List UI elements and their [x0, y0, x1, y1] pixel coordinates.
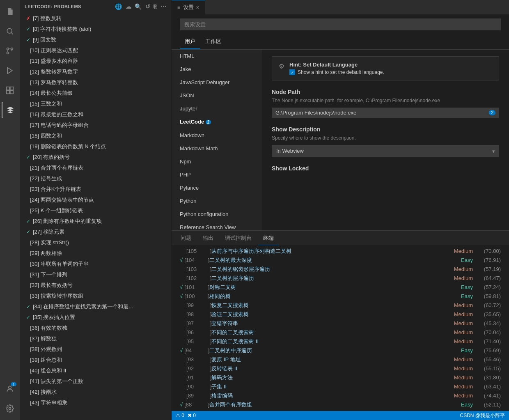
sidebar-item-json[interactable]: JSON: [172, 89, 262, 102]
list-item[interactable]: ✓[27] 移除元素: [20, 227, 171, 237]
tab-output[interactable]: 输出: [198, 231, 218, 245]
sidebar-item-jake[interactable]: Jake: [172, 63, 262, 76]
list-item[interactable]: ·[32] 最长有效括号: [20, 280, 171, 291]
extensions-icon[interactable]: [2, 82, 18, 99]
show-desc-select[interactable]: In Webview In File Both: [272, 145, 499, 157]
sidebar-item-html[interactable]: HTML: [172, 50, 262, 63]
table-row[interactable]: [ 89 ] 格雷编码 Medium (74.41): [172, 391, 509, 400]
table-row[interactable]: √ [ 94 ] 二叉树的中序遍历 Easy (75.69): [172, 346, 509, 355]
list-item[interactable]: ✗[7] 整数反转: [20, 13, 171, 24]
table-row[interactable]: √ [ 100 ] 相同的树 Easy (59.81): [172, 292, 509, 301]
list-item[interactable]: ·[14] 最长公共前缀: [20, 88, 171, 99]
table-row[interactable]: [ 95 ] 不同的二叉搜索树 II Medium (71.40): [172, 337, 509, 346]
list-item[interactable]: ✓[34] 在排序数组中查找元素的第一个和最...: [20, 301, 171, 312]
list-item[interactable]: ·[10] 正则表达式匹配: [20, 45, 171, 56]
list-item[interactable]: ·[40] 组合总和 II: [20, 365, 171, 376]
list-item[interactable]: ·[37] 解数独: [20, 333, 171, 344]
sidebar-item-leetcode[interactable]: LeetCode 2: [172, 115, 262, 129]
list-item[interactable]: ·[16] 最接近的三数之和: [20, 109, 171, 120]
search-icon-activity[interactable]: [2, 23, 18, 39]
sidebar-item-jupyter[interactable]: Jupyter: [172, 102, 262, 115]
sidebar-item-python-configuration[interactable]: Python configuration: [172, 208, 262, 221]
list-item[interactable]: ·[25] K 个一组翻转链表: [20, 205, 171, 216]
sidebar-item-reference-search-view[interactable]: Reference Search View: [172, 221, 262, 230]
list-item[interactable]: ·[29] 两数相除: [20, 248, 171, 259]
settings-search-input[interactable]: [180, 18, 501, 30]
empty-icon: ·: [26, 195, 28, 204]
table-row[interactable]: [ 103 ] 二叉树的锯齿形层序遍历 Medium (57.19): [172, 265, 509, 274]
table-row[interactable]: [ 90 ] 子集 II Medium (63.41): [172, 382, 509, 391]
row-num: 100: [186, 292, 206, 301]
node-path-input-box[interactable]: G:\Program Files\nodejs\node.exe 2: [272, 108, 499, 118]
tab-debug-console[interactable]: 调试控制台: [220, 231, 257, 245]
table-row[interactable]: [ 102 ] 二叉树的层序遍历 Medium (64.47): [172, 274, 509, 283]
list-item[interactable]: ·[23] 合并K个升序链表: [20, 184, 171, 195]
list-item[interactable]: ✓[26] 删除有序数组中的重复项: [20, 216, 171, 227]
debug-icon[interactable]: [2, 62, 18, 79]
sidebar-item-npm[interactable]: Npm: [172, 155, 262, 168]
list-item[interactable]: ·[31] 下一个排列: [20, 269, 171, 280]
settings-icon-activity[interactable]: [2, 400, 18, 417]
settings-tab-label: 设置: [183, 4, 194, 11]
table-row[interactable]: √ [ 104 ] 二叉树的最大深度 Easy (76.91): [172, 256, 509, 265]
globe-icon[interactable]: 🌐: [115, 3, 122, 10]
list-item[interactable]: ·[43] 字符串相乘: [20, 397, 171, 408]
list-item[interactable]: ·[19] 删除链表的倒数第 N 个结点: [20, 141, 171, 152]
table-row[interactable]: [ 97 ] 交错字符串 Medium (45.34): [172, 319, 509, 328]
list-item[interactable]: ·[33] 搜索旋转排序数组: [20, 291, 171, 301]
list-item[interactable]: ✓[9] 回文数: [20, 34, 171, 45]
search-panel-icon[interactable]: 🔍: [135, 3, 142, 10]
table-row[interactable]: [ 91 ] 解码方法 Medium (31.80): [172, 373, 509, 382]
hint-checkbox[interactable]: ✓: [289, 69, 295, 75]
close-tab-icon[interactable]: ×: [196, 4, 199, 11]
list-item[interactable]: ·[28] 实现 strStr(): [20, 237, 171, 248]
refresh-icon[interactable]: ↺: [145, 3, 151, 10]
account-icon[interactable]: 1: [2, 381, 18, 397]
list-item[interactable]: ·[24] 两两交换链表中的节点: [20, 195, 171, 205]
sidebar-item-pylance[interactable]: Pylance: [172, 181, 262, 195]
tab-problems[interactable]: 问题: [176, 231, 196, 245]
table-row[interactable]: [ 93 ] 复原 IP 地址 Medium (55.46): [172, 355, 509, 364]
list-item[interactable]: ·[13] 罗马数字转整数: [20, 77, 171, 88]
sidebar-item-markdown-math[interactable]: Markdown Math: [172, 142, 262, 155]
leetcode-icon[interactable]: [2, 102, 18, 118]
table-row[interactable]: [ 98 ] 验证二叉搜索树 Medium (35.65): [172, 310, 509, 319]
table-row[interactable]: [ 99 ] 恢复二叉搜索树 Medium (60.72): [172, 301, 509, 310]
table-row[interactable]: [ 96 ] 不同的二叉搜索树 Medium (70.04): [172, 328, 509, 337]
list-item[interactable]: ·[22] 括号生成: [20, 173, 171, 184]
cloud-icon[interactable]: ☁: [126, 3, 132, 10]
list-item[interactable]: ·[30] 串联所有单词的子串: [20, 259, 171, 269]
settings-tab-header[interactable]: ≡ 设置 ×: [172, 0, 205, 14]
list-item[interactable]: ·[39] 组合总和: [20, 355, 171, 365]
table-row[interactable]: [ 92 ] 反转链表 II Medium (55.15): [172, 364, 509, 373]
list-item[interactable]: ✓[20] 有效的括号: [20, 152, 171, 163]
list-item[interactable]: ·[36] 有效的数独: [20, 323, 171, 333]
tab-user[interactable]: 用户: [180, 34, 200, 49]
list-item[interactable]: ✓[35] 搜索插入位置: [20, 312, 171, 323]
sidebar-item-javascript-debugger[interactable]: JavaScript Debugger: [172, 76, 262, 89]
list-item[interactable]: ·[18] 四数之和: [20, 131, 171, 141]
more-icon[interactable]: ⋯: [160, 3, 167, 10]
list-item[interactable]: ·[15] 三数之和: [20, 99, 171, 109]
problem-label: [39] 组合总和: [30, 356, 62, 365]
copy-icon[interactable]: ⎘: [154, 3, 157, 10]
list-item[interactable]: ·[38] 外观数列: [20, 344, 171, 355]
list-item[interactable]: ·[42] 接雨水: [20, 387, 171, 397]
list-item[interactable]: ·[17] 电话号码的字母组合: [20, 120, 171, 131]
files-icon[interactable]: [2, 3, 18, 20]
sidebar-item-python[interactable]: Python: [172, 195, 262, 208]
git-icon[interactable]: [2, 43, 18, 59]
list-item[interactable]: ·[41] 缺失的第一个正数: [20, 376, 171, 387]
list-item[interactable]: ·[11] 盛最多水的容器: [20, 56, 171, 67]
list-item[interactable]: ·[21] 合并两个有序链表: [20, 163, 171, 173]
list-item[interactable]: ✓[8] 字符串转换整数 (atoi): [20, 24, 171, 34]
sidebar-item-markdown[interactable]: Markdown: [172, 129, 262, 142]
table-row[interactable]: √ [ 88 ] 合并两个有序数组 Easy (52.11): [172, 400, 509, 409]
row-num: 88: [186, 401, 206, 409]
sidebar-item-php[interactable]: PHP: [172, 168, 262, 181]
tab-workspace[interactable]: 工作区: [200, 34, 226, 49]
tab-terminal[interactable]: 终端: [258, 231, 279, 245]
list-item[interactable]: ·[12] 整数转罗马数字: [20, 67, 171, 77]
table-row[interactable]: [ 105 ] 从前序与中序遍历序列构造二叉树 Medium (70.00): [172, 247, 509, 256]
table-row[interactable]: √ [ 101 ] 对称二叉树 Easy (57.24): [172, 283, 509, 292]
